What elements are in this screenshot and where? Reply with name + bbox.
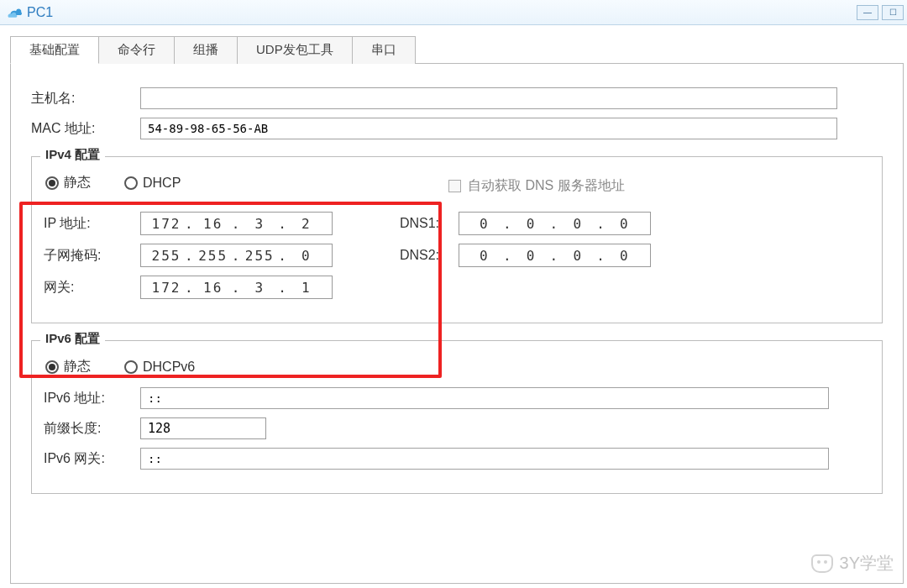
radio-selected-icon bbox=[45, 360, 59, 374]
ipv6-address-label: IPv6 地址: bbox=[44, 390, 140, 407]
tab-multicast[interactable]: 组播 bbox=[174, 36, 238, 64]
maximize-button[interactable]: ☐ bbox=[882, 5, 904, 20]
app-icon bbox=[7, 5, 22, 20]
gateway-label: 网关: bbox=[44, 279, 140, 297]
hostname-label: 主机名: bbox=[31, 90, 140, 108]
ipv6-gateway-label: IPv6 网关: bbox=[44, 450, 140, 468]
window-titlebar: PC1 — ☐ bbox=[0, 0, 907, 25]
dns1-input[interactable]: 0. 0. 0. 0 bbox=[459, 212, 651, 235]
ipv4-dhcp-radio[interactable]: DHCP bbox=[124, 176, 181, 191]
radio-unselected-icon bbox=[124, 176, 138, 190]
dns2-label: DNS2: bbox=[400, 248, 459, 263]
radio-selected-icon bbox=[45, 176, 59, 190]
gateway-input[interactable]: 172. 16. 3. 1 bbox=[140, 276, 333, 299]
ipv6-dhcp-label: DHCPv6 bbox=[143, 360, 195, 375]
subnet-mask-label: 子网掩码: bbox=[44, 247, 140, 265]
ipv6-address-input[interactable] bbox=[140, 387, 829, 409]
ipv6-prefix-input[interactable] bbox=[140, 417, 266, 439]
tab-serial[interactable]: 串口 bbox=[352, 36, 416, 64]
window-title: PC1 bbox=[27, 5, 53, 20]
ipv4-static-radio[interactable]: 静态 bbox=[45, 174, 91, 192]
ipv6-dhcp-radio[interactable]: DHCPv6 bbox=[124, 360, 195, 375]
hostname-input[interactable] bbox=[140, 87, 837, 109]
checkbox-unchecked-icon bbox=[448, 180, 461, 192]
tab-cli[interactable]: 命令行 bbox=[98, 36, 175, 64]
tabs: 基础配置 命令行 组播 UDP发包工具 串口 bbox=[10, 35, 904, 63]
auto-dns-label: 自动获取 DNS 服务器地址 bbox=[468, 177, 625, 195]
mac-label: MAC 地址: bbox=[31, 120, 140, 138]
ipv6-static-radio[interactable]: 静态 bbox=[45, 358, 91, 375]
minimize-button[interactable]: — bbox=[857, 5, 878, 20]
ip-address-input[interactable]: 172. 16. 3. 2 bbox=[140, 212, 333, 235]
ipv4-legend: IPv4 配置 bbox=[40, 147, 105, 163]
ipv6-fieldset: IPv6 配置 静态 DHCPv6 IPv6 地址: 前缀长度: bbox=[31, 340, 883, 494]
mac-input[interactable] bbox=[140, 118, 837, 139]
dns1-label: DNS1: bbox=[400, 216, 459, 231]
radio-unselected-icon bbox=[124, 360, 138, 374]
tab-basic-config[interactable]: 基础配置 bbox=[10, 36, 99, 64]
ipv4-dhcp-label: DHCP bbox=[143, 176, 181, 191]
subnet-mask-input[interactable]: 255. 255. 255. 0 bbox=[140, 244, 333, 267]
auto-dns-checkbox[interactable]: 自动获取 DNS 服务器地址 bbox=[448, 177, 625, 195]
ipv6-legend: IPv6 配置 bbox=[40, 331, 105, 347]
dns2-input[interactable]: 0. 0. 0. 0 bbox=[459, 244, 651, 267]
panel-basic-config: 主机名: MAC 地址: IPv4 配置 静态 DHCP bbox=[10, 63, 904, 584]
ipv6-static-label: 静态 bbox=[64, 358, 91, 375]
tab-udp-tool[interactable]: UDP发包工具 bbox=[237, 36, 353, 64]
ipv6-prefix-label: 前缀长度: bbox=[44, 420, 140, 438]
ip-address-label: IP 地址: bbox=[44, 215, 140, 233]
ipv6-gateway-input[interactable] bbox=[140, 448, 829, 470]
ipv4-static-label: 静态 bbox=[64, 174, 91, 192]
ipv4-fieldset: IPv4 配置 静态 DHCP 自动获取 DNS 服务器地址 bbox=[31, 156, 883, 323]
